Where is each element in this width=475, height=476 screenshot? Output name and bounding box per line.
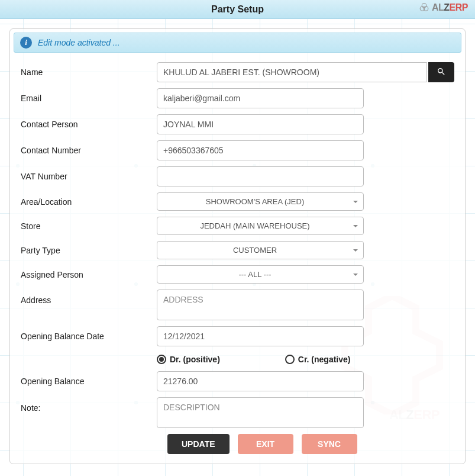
contact-number-label: Contact Number <box>21 146 157 155</box>
area-label: Area/Location <box>21 197 157 207</box>
note-label: Note: <box>21 397 157 413</box>
radio-unchecked-icon <box>285 355 295 364</box>
store-select[interactable]: JEDDAH (MAIN WAREHOUSE) <box>157 217 364 235</box>
opening-balance-input[interactable] <box>157 371 364 391</box>
alert-message: Edit mode activated ... <box>38 38 120 47</box>
opening-balance-date-label: Opening Balance Date <box>21 332 157 341</box>
contact-person-label: Contact Person <box>21 120 157 129</box>
area-select-value: SHOWROOM'S AREA (JED) <box>157 192 364 211</box>
party-type-label: Party Type <box>21 246 157 255</box>
address-label: Address <box>21 290 157 305</box>
logo-text: ALZERP <box>432 2 468 13</box>
assigned-person-label: Assigned Person <box>21 270 157 279</box>
address-textarea[interactable] <box>157 290 364 320</box>
assigned-person-select[interactable]: --- ALL --- <box>157 265 364 284</box>
info-alert: i Edit mode activated ... <box>14 33 461 53</box>
email-label: Email <box>21 94 157 103</box>
vat-number-input[interactable] <box>157 166 364 186</box>
chevron-down-icon <box>353 274 358 276</box>
store-select-value: JEDDAH (MAIN WAREHOUSE) <box>157 217 364 235</box>
update-button[interactable]: UPDATE <box>167 434 230 454</box>
store-label: Store <box>21 221 157 231</box>
vat-number-label: VAT Number <box>21 172 157 181</box>
opening-balance-label: Opening Balance <box>21 377 157 386</box>
radio-cr-negative[interactable]: Cr. (negative) <box>285 355 351 364</box>
assigned-person-select-value: --- ALL --- <box>157 265 364 284</box>
search-icon <box>437 67 446 78</box>
opening-balance-date-input[interactable] <box>157 326 364 346</box>
party-type-select-value: CUSTOMER <box>157 241 364 259</box>
email-input[interactable] <box>157 88 364 108</box>
search-button[interactable] <box>428 62 454 82</box>
radio-checked-icon <box>157 355 166 364</box>
radio-cr-label: Cr. (negative) <box>298 355 351 364</box>
contact-number-input[interactable] <box>157 140 364 160</box>
chevron-down-icon <box>353 225 358 227</box>
chevron-down-icon <box>353 201 358 203</box>
form-panel: i Edit mode activated ... Name Email Con… <box>9 28 466 464</box>
exit-button[interactable]: EXIT <box>238 434 293 454</box>
header-bar: Party Setup ALZERP <box>0 0 475 19</box>
brand-logo: ALZERP <box>419 2 468 13</box>
party-type-select[interactable]: CUSTOMER <box>157 241 364 259</box>
contact-person-input[interactable] <box>157 114 364 134</box>
name-input[interactable] <box>157 62 427 82</box>
sync-button[interactable]: SYNC <box>302 434 357 454</box>
name-label: Name <box>21 67 157 77</box>
info-icon: i <box>20 37 32 49</box>
note-textarea[interactable] <box>157 397 364 428</box>
page-title: Party Setup <box>211 4 264 15</box>
radio-dr-positive[interactable]: Dr. (positive) <box>157 355 220 364</box>
logo-rings-icon <box>419 2 429 13</box>
area-select[interactable]: SHOWROOM'S AREA (JED) <box>157 192 364 211</box>
chevron-down-icon <box>353 249 358 252</box>
radio-dr-label: Dr. (positive) <box>170 355 220 364</box>
